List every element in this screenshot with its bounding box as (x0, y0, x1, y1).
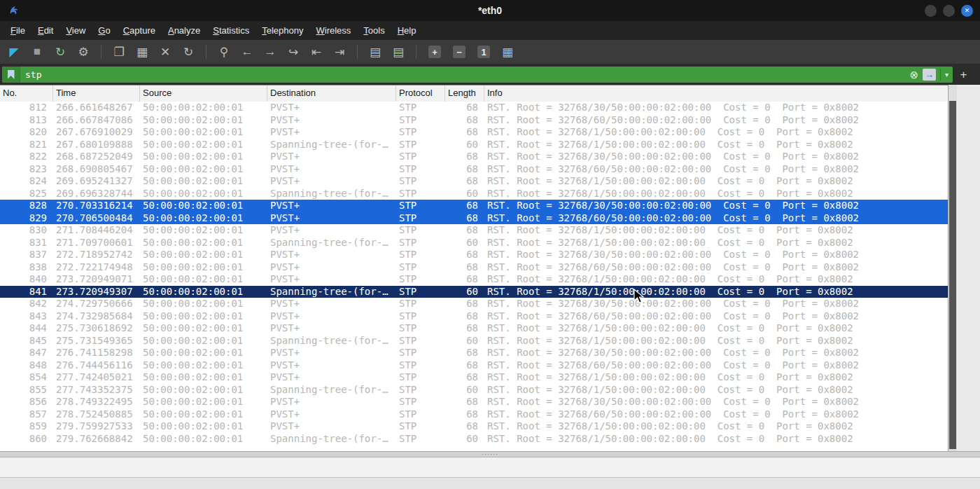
packet-row-840[interactable]: 840273.72094907150:00:00:02:00:01PVST+ST… (0, 273, 948, 286)
packet-row-824[interactable]: 824269.69524132750:00:00:02:00:01PVST+ST… (0, 175, 948, 188)
start-capture-icon[interactable]: ◤ (6, 43, 22, 60)
packet-row-844[interactable]: 844275.73061869250:00:00:02:00:01PVST+ST… (0, 322, 948, 335)
cell-source: 50:00:00:02:00:01 (140, 335, 267, 347)
apply-filter-icon[interactable]: → (923, 69, 936, 81)
menu-item-view[interactable]: View (59, 21, 92, 40)
packet-row-828[interactable]: 828270.70331621450:00:00:02:00:01PVST+ST… (0, 200, 948, 212)
column-header-time[interactable]: Time (53, 85, 140, 102)
cell-time: 268.690805467 (53, 163, 140, 176)
save-file-icon[interactable]: ▦ (134, 43, 150, 60)
menu-item-tools[interactable]: Tools (357, 21, 391, 40)
toolbar-separator (357, 45, 358, 59)
packet-list-scrollbar[interactable] (948, 85, 957, 451)
packet-row-854[interactable]: 854277.74240502150:00:00:02:00:01PVST+ST… (0, 371, 948, 384)
reload-file-icon[interactable]: ↻ (180, 43, 197, 60)
filter-bookmark-button[interactable] (2, 67, 20, 83)
menu-item-file[interactable]: File (4, 21, 31, 40)
packet-row-813[interactable]: 813266.66784708650:00:00:02:00:01PVST+ST… (0, 114, 948, 127)
packet-row-860[interactable]: 860279.76266884250:00:00:02:00:01Spannin… (0, 433, 948, 446)
cell-protocol: STP (396, 188, 445, 200)
zoom-out-icon[interactable]: − (453, 46, 465, 58)
filter-input[interactable]: stp ⊗ → ▾ (2, 67, 953, 83)
find-packet-icon[interactable]: ⚲ (216, 43, 232, 60)
column-header-info[interactable]: Info (484, 85, 947, 102)
packet-row-825[interactable]: 825269.69632874450:00:00:02:00:01Spannin… (0, 188, 948, 200)
open-file-icon[interactable]: ❐ (111, 43, 127, 60)
packet-row-855[interactable]: 855277.74335237550:00:00:02:00:01Spannin… (0, 384, 948, 397)
packet-row-842[interactable]: 842274.72975066650:00:00:02:00:01PVST+ST… (0, 298, 948, 310)
column-header-destination[interactable]: Destination (267, 85, 396, 102)
column-header-no[interactable]: No. (0, 85, 53, 102)
cell-no: 820 (0, 126, 53, 139)
column-header-length[interactable]: Length (445, 85, 484, 102)
packet-row-830[interactable]: 830271.70844620450:00:00:02:00:01PVST+ST… (0, 224, 948, 237)
filter-value: stp (25, 69, 41, 80)
filter-dropdown-icon[interactable]: ▾ (945, 71, 950, 78)
menu-item-statistics[interactable]: Statistics (206, 21, 255, 40)
auto-scroll-icon[interactable]: ▤ (367, 43, 384, 60)
menu-item-edit[interactable]: Edit (31, 21, 59, 40)
packet-row-822[interactable]: 822268.68725204950:00:00:02:00:01PVST+ST… (0, 151, 948, 163)
cell-source: 50:00:00:02:00:01 (140, 151, 267, 163)
menu-item-telephony[interactable]: Telephony (255, 21, 309, 40)
cell-protocol: STP (396, 371, 445, 384)
go-back-icon[interactable]: ← (239, 43, 255, 60)
cell-info: RST. Root = 32768/1/50:00:00:02:00:00 Co… (484, 335, 947, 347)
packet-row-829[interactable]: 829270.70650048450:00:00:02:00:01PVST+ST… (0, 212, 948, 225)
packet-row-837[interactable]: 837272.71895274250:00:00:02:00:01PVST+ST… (0, 249, 948, 261)
packet-row-857[interactable]: 857278.75245088550:00:00:02:00:01PVST+ST… (0, 408, 948, 421)
cell-no: 854 (0, 371, 53, 384)
menu-item-capture[interactable]: Capture (117, 21, 162, 40)
cell-source: 50:00:00:02:00:01 (140, 384, 267, 397)
cell-time: 269.696328744 (53, 188, 140, 200)
packet-row-812[interactable]: 812266.66164826750:00:00:02:00:01PVST+ST… (0, 102, 948, 114)
packet-row-856[interactable]: 856278.74932249550:00:00:02:00:01PVST+ST… (0, 396, 948, 408)
packet-row-848[interactable]: 848276.74445611650:00:00:02:00:01PVST+ST… (0, 359, 948, 372)
resize-columns-icon[interactable]: ▦ (499, 43, 516, 60)
column-header-source[interactable]: Source (140, 85, 267, 102)
close-file-icon[interactable]: ✕ (157, 43, 174, 60)
cell-destination: PVST+ (267, 396, 396, 408)
packet-row-820[interactable]: 820267.67691002950:00:00:02:00:01PVST+ST… (0, 126, 948, 139)
maximize-button[interactable] (943, 5, 955, 17)
minimize-button[interactable] (925, 5, 937, 17)
menu-item-wireless[interactable]: Wireless (310, 21, 358, 40)
titlebar: *eth0 ✕ (0, 0, 980, 21)
zoom-in-icon[interactable]: + (428, 46, 441, 58)
packet-row-845[interactable]: 845275.73154936550:00:00:02:00:01Spannin… (0, 335, 948, 347)
go-to-packet-icon[interactable]: ↪ (285, 43, 302, 60)
colorize-icon[interactable]: ▤ (390, 43, 407, 60)
column-header-protocol[interactable]: Protocol (396, 85, 445, 102)
packet-row-831[interactable]: 831271.70970060150:00:00:02:00:01Spannin… (0, 237, 948, 249)
packet-row-838[interactable]: 838272.72217494850:00:00:02:00:01PVST+ST… (0, 261, 948, 274)
menu-item-analyze[interactable]: Analyze (162, 21, 206, 40)
packet-row-821[interactable]: 821267.68010988850:00:00:02:00:01Spannin… (0, 139, 948, 151)
capture-options-icon[interactable]: ⚙ (75, 43, 92, 60)
close-button[interactable]: ✕ (961, 5, 973, 17)
menu-item-help[interactable]: Help (391, 21, 423, 40)
scrollbar-thumb[interactable] (949, 101, 956, 449)
go-first-packet-icon[interactable]: ⇤ (308, 43, 325, 60)
cell-info: RST. Root = 32768/60/50:00:00:02:00:00 C… (484, 163, 947, 176)
cell-time: 272.718952742 (53, 249, 140, 261)
packet-row-843[interactable]: 843274.73298568450:00:00:02:00:01PVST+ST… (0, 310, 948, 323)
stop-capture-icon[interactable]: ■ (29, 43, 46, 60)
add-filter-button[interactable]: + (955, 67, 972, 83)
cell-destination: Spanning-tree-(for-… (267, 139, 396, 151)
splitter-handle[interactable]: ······ (0, 452, 980, 457)
restart-capture-icon[interactable]: ↻ (52, 43, 69, 60)
packet-row-847[interactable]: 847276.74115829850:00:00:02:00:01PVST+ST… (0, 347, 948, 359)
pane-splitter[interactable]: ······ (0, 451, 980, 457)
go-forward-icon[interactable]: → (262, 43, 279, 60)
cell-length: 68 (445, 322, 484, 335)
menu-item-go[interactable]: Go (92, 21, 116, 40)
packet-header: No.TimeSourceDestinationProtocolLengthIn… (0, 85, 947, 102)
zoom-original-icon[interactable]: 1 (477, 46, 490, 58)
packet-row-841[interactable]: 841273.72094930750:00:00:02:00:01Spannin… (0, 286, 948, 298)
clear-filter-icon[interactable]: ⊗ (909, 69, 918, 81)
packet-row-823[interactable]: 823268.69080546750:00:00:02:00:01PVST+ST… (0, 163, 948, 176)
packet-row-859[interactable]: 859279.75992753350:00:00:02:00:01PVST+ST… (0, 420, 948, 433)
cell-destination: PVST+ (267, 261, 396, 274)
go-last-packet-icon[interactable]: ⇥ (331, 43, 348, 60)
cell-time: 275.731549365 (53, 335, 140, 347)
